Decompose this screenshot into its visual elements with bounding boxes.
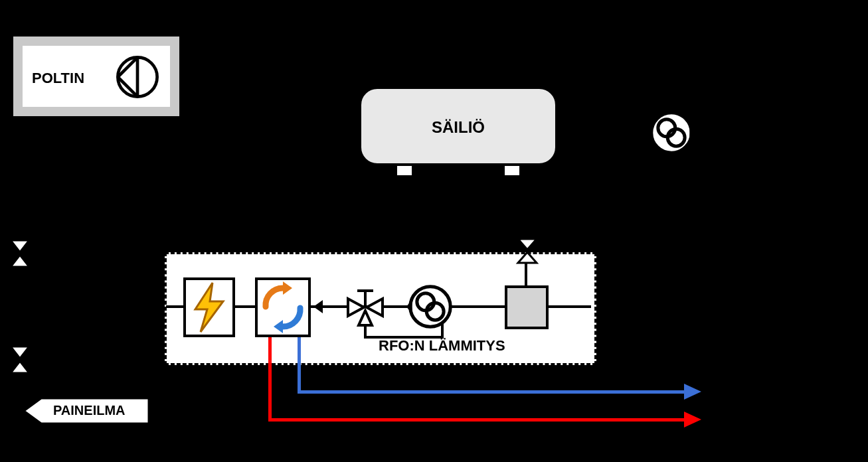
rfo-label: RFO:N LÄMMITYS (379, 337, 505, 354)
svg-marker-9 (596, 123, 609, 142)
svg-marker-22 (348, 299, 364, 316)
burner-panel: POLTIN (13, 37, 179, 116)
valve-icon (721, 121, 752, 145)
electric-heater (183, 277, 235, 337)
svg-marker-34 (684, 412, 701, 427)
filter-box-icon (505, 285, 549, 329)
pipe (364, 336, 444, 339)
svg-marker-19 (274, 320, 283, 333)
svg-point-33 (515, 232, 523, 240)
svg-marker-10 (612, 123, 625, 142)
svg-marker-18 (283, 281, 292, 295)
tank-label: SÄILIÖ (361, 118, 555, 137)
svg-marker-1 (11, 240, 29, 252)
flow-arrow-icon (684, 384, 701, 402)
valve-icon (594, 121, 626, 145)
svg-marker-5 (48, 297, 61, 316)
control-valve-icon (345, 287, 385, 329)
svg-marker-15 (722, 123, 735, 142)
svg-marker-2 (11, 255, 29, 267)
valve-icon (8, 345, 32, 374)
svg-marker-31 (518, 239, 537, 250)
svg-marker-23 (367, 299, 383, 316)
cold-line (298, 337, 301, 393)
compressed-air-tag: PAINEILMA (24, 397, 150, 425)
burner-icon (112, 51, 163, 103)
pipe (235, 305, 255, 308)
heat-exchanger (255, 277, 311, 337)
compressed-air-label: PAINEILMA (53, 403, 126, 418)
svg-marker-32 (518, 252, 537, 263)
svg-marker-3 (11, 346, 29, 358)
tank: SÄILIÖ (359, 86, 558, 166)
svg-marker-6 (64, 297, 77, 316)
pump-icon (406, 283, 454, 331)
pipe (549, 305, 591, 308)
svg-marker-4 (11, 361, 29, 373)
lightning-icon (186, 280, 232, 335)
pipe (93, 125, 96, 308)
cold-line (298, 390, 687, 394)
pump-icon (648, 109, 695, 157)
svg-marker-17 (195, 283, 223, 332)
hot-line (268, 337, 272, 421)
solenoid-valve-icon (513, 232, 542, 268)
tank-foot (502, 163, 522, 178)
tank-foot (394, 163, 414, 178)
diagram-canvas: POLTIN (0, 0, 868, 462)
svg-marker-35 (684, 384, 701, 400)
burner-label: POLTIN (32, 70, 84, 87)
svg-marker-21 (313, 300, 323, 313)
flow-arrow-icon (313, 297, 336, 319)
cycle-arrows-icon (258, 280, 308, 335)
svg-marker-24 (359, 311, 372, 325)
hot-line (268, 418, 687, 422)
svg-marker-16 (738, 123, 751, 142)
flow-arrow-icon (684, 412, 701, 430)
valve-icon (8, 239, 32, 268)
svg-point-27 (410, 287, 450, 327)
svg-point-11 (651, 113, 691, 153)
valve-icon (46, 295, 78, 319)
pipe (19, 384, 21, 410)
